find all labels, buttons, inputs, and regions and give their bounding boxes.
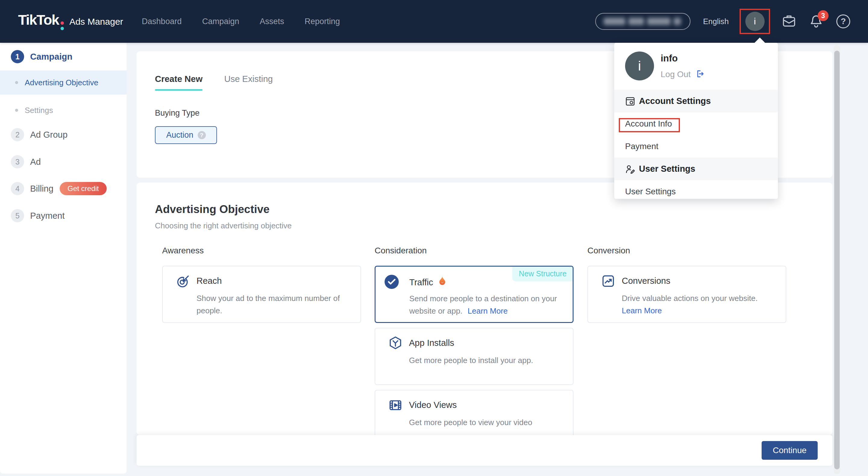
objective-card-conversions[interactable]: Conversions Drive valuable actions on yo… (587, 266, 786, 323)
workbench-button[interactable] (781, 13, 797, 30)
sidebar-step-ad[interactable]: 3 Ad (0, 155, 127, 169)
menu-item-label: Account Info (625, 119, 672, 129)
sidebar-item-advertising-objective[interactable]: Advertising Objective (0, 70, 127, 95)
auction-label: Auction (166, 130, 193, 140)
step-number-5: 5 (11, 209, 24, 222)
objective-card-app-installs[interactable]: App Installs Get more people to install … (375, 328, 574, 385)
menu-item-payment[interactable]: Payment (614, 135, 778, 158)
app-installs-hexagon-icon (388, 336, 403, 352)
step-label-payment: Payment (30, 211, 64, 221)
step-number-1: 1 (11, 50, 24, 63)
redacted-account-text (604, 18, 625, 25)
help-icon: ? (836, 14, 850, 28)
fire-icon (438, 276, 447, 288)
nav-assets[interactable]: Assets (260, 17, 284, 26)
vertical-scrollbar-track[interactable] (834, 45, 840, 474)
tab-create-new[interactable]: Create New (155, 74, 203, 91)
sticky-footer-bar: Continue (136, 435, 832, 466)
brand-name: TikTok (18, 11, 59, 28)
account-dropdown-menu: i info Log Out Acc (614, 43, 778, 199)
sidebar-step-ad-group[interactable]: 2 Ad Group (0, 128, 127, 141)
section-title: Advertising Objective (155, 203, 270, 216)
conversions-trend-icon (601, 274, 616, 290)
objective-title: Video Views (409, 400, 457, 410)
tab-use-existing[interactable]: Use Existing (224, 74, 273, 91)
menu-section-header: Account Settings (639, 96, 711, 106)
new-structure-badge: New Structure (513, 266, 572, 281)
user-settings-icon (625, 164, 635, 174)
product-name: Ads Manager (69, 17, 123, 27)
campaign-steps-sidebar: 1 Campaign Advertising Objective Setting… (0, 43, 127, 474)
section-subtitle: Choosing the right advertising objective (155, 221, 292, 230)
column-header-awareness: Awareness (162, 246, 204, 255)
objective-card-traffic[interactable]: Traffic New Structure Send more people t… (375, 266, 574, 323)
learn-more-link[interactable]: Learn More (622, 306, 662, 315)
logout-icon (695, 69, 705, 80)
sidebar-step-campaign[interactable]: 1 Campaign (0, 50, 127, 64)
objective-title: Conversions (622, 276, 670, 286)
account-selector-pill[interactable] (595, 13, 690, 30)
redacted-account-text (647, 18, 671, 25)
tiktok-ads-manager-app: TikTok Ads Manager Dashboard Campaign As… (0, 0, 868, 476)
buying-type-label: Buying Type (155, 108, 199, 118)
reach-target-icon (176, 274, 190, 290)
learn-more-link[interactable]: Learn More (468, 307, 508, 315)
sub-item-label: Settings (25, 106, 53, 115)
step-number-4: 4 (11, 182, 24, 195)
sidebar-step-payment[interactable]: 5 Payment (0, 209, 127, 223)
step-label-billing: Billing (30, 184, 53, 194)
column-header-consideration: Consideration (375, 246, 427, 255)
nav-campaign[interactable]: Campaign (202, 17, 239, 26)
bullet-dot-icon (15, 109, 18, 112)
avatar-annotation-box: i (740, 9, 770, 34)
continue-button[interactable]: Continue (762, 441, 818, 460)
nav-dashboard[interactable]: Dashboard (142, 17, 182, 26)
notifications-button[interactable]: 3 (808, 13, 824, 30)
sidebar-item-settings[interactable]: Settings (0, 102, 127, 119)
briefcase-icon (781, 13, 797, 30)
objective-description: Show your ad to the maximum number of pe… (196, 292, 356, 317)
menu-item-account-info[interactable]: Account Info (614, 113, 778, 135)
main-nav: Dashboard Campaign Assets Reporting (142, 17, 340, 26)
bullet-dot-icon (15, 81, 18, 84)
profile-row: i info Log Out (614, 43, 778, 90)
objective-description: Drive valuable actions on your website. (622, 294, 758, 303)
objective-card-reach[interactable]: Reach Show your ad to the maximum number… (162, 266, 361, 323)
auction-buying-type-button[interactable]: Auction ? (155, 126, 217, 144)
menu-item-user-settings[interactable]: User Settings (614, 180, 778, 203)
column-header-conversion: Conversion (587, 246, 630, 255)
tooltip-question-icon[interactable]: ? (198, 131, 206, 139)
step-number-3: 3 (11, 155, 24, 168)
step-label-ad-group: Ad Group (30, 130, 67, 140)
tiktok-colon-icon (61, 21, 64, 30)
user-avatar[interactable]: i (745, 12, 765, 31)
objective-title: Traffic (409, 278, 433, 287)
menu-section-account-settings: Account Settings (614, 90, 778, 113)
objective-card-video-views[interactable]: Video Views Get more people to view your… (375, 390, 574, 435)
account-settings-icon (625, 96, 635, 106)
sub-item-label: Advertising Objective (25, 78, 98, 87)
get-credit-badge[interactable]: Get credit (60, 182, 107, 195)
objective-title: App Installs (409, 338, 454, 348)
campaign-mode-tabs: Create New Use Existing (155, 74, 273, 91)
logout-button[interactable]: Log Out (661, 69, 705, 80)
step-label-campaign: Campaign (30, 52, 72, 62)
account-display-name: info (661, 53, 678, 64)
tiktok-ads-manager-logo[interactable]: TikTok Ads Manager (18, 11, 123, 31)
language-selector[interactable]: English (703, 17, 729, 26)
menu-avatar: i (625, 52, 654, 81)
menu-item-label: Payment (625, 141, 658, 151)
help-button[interactable]: ? (835, 13, 851, 30)
step-label-ad: Ad (30, 157, 41, 167)
topbar-right-controls: English i (595, 0, 851, 43)
objective-description: Get more people to install your app. (409, 354, 569, 367)
step-number-2: 2 (11, 128, 24, 141)
menu-section-header: User Settings (639, 164, 695, 174)
notification-count-badge: 3 (818, 10, 829, 21)
selected-check-icon (384, 275, 399, 289)
vertical-scrollbar-thumb[interactable] (834, 51, 840, 469)
top-navigation-bar: TikTok Ads Manager Dashboard Campaign As… (0, 0, 868, 43)
sidebar-step-billing[interactable]: 4 Billing Get credit (0, 182, 127, 195)
nav-reporting[interactable]: Reporting (305, 17, 340, 26)
logout-label: Log Out (661, 70, 691, 79)
